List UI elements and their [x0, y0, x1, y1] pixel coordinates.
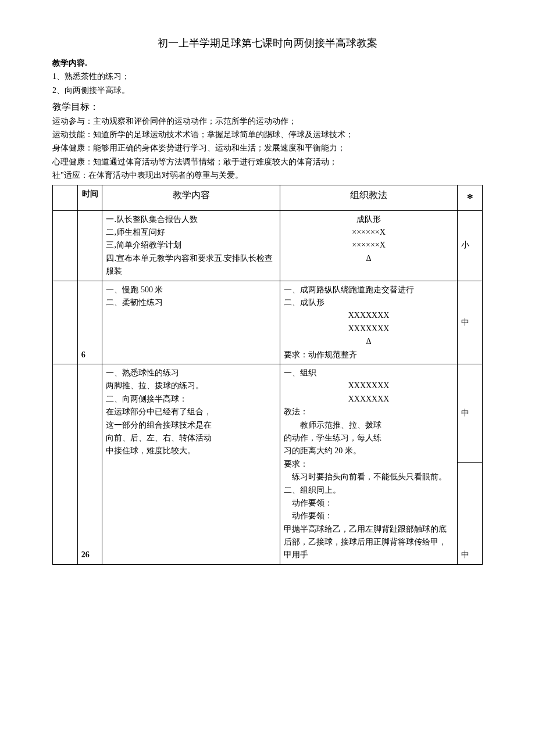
method-line: 的动作，学生练习，每人练	[284, 432, 454, 445]
time-cell: 26	[77, 364, 102, 565]
lesson-table: 时间 教学内容 组织教法 * 一.队长整队集合报告人数 二,师生相互问好 三,简…	[52, 185, 483, 565]
content-line: 二、柔韧性练习	[106, 296, 276, 309]
method-line: 甲抛半高球给乙，乙用左脚背趾跟部触球的底后部，乙接球，接球后用正脚背将球传给甲，…	[284, 523, 454, 562]
goals-heading: 教学目标：	[52, 99, 483, 114]
content-heading: 教学内容.	[52, 56, 483, 69]
method-line: XXXXXXX	[284, 323, 454, 335]
content-line: 这一部分的组合接球技术是在	[106, 419, 276, 432]
goal-line: 运动技能：知道所学的足球运动技术术语；掌握足球简单的踢球、停球及运球技术；	[52, 128, 483, 141]
content-item: 1、熟悉茶性的练习；	[52, 70, 483, 83]
method-line: 动作要领：	[284, 510, 454, 522]
method-line: 要求：动作规范整齐	[284, 349, 454, 361]
content-line: 中接住球，难度比较大。	[106, 445, 276, 457]
intensity-cell: 中	[458, 281, 483, 364]
method-line: 一、成两路纵队绕跑道跑走交替进行	[284, 284, 454, 296]
content-line: 一、慢跑 500 米	[106, 284, 276, 296]
goal-line: 运动参与：主动观察和评价同伴的运动动作；示范所学的运动动作；	[52, 115, 483, 128]
content-line: 向前、后、左、右、转体活动	[106, 432, 276, 445]
method-line: XXXXXXX	[284, 393, 454, 406]
method-line: 动作要领：	[284, 497, 454, 510]
content-line: 二、向两侧接半高球：	[106, 393, 276, 406]
method-cell: 一、组织 XXXXXXX XXXXXXX 教法： 教师示范推、拉、拨球 的动作，…	[280, 364, 457, 565]
method-line: 成队形	[284, 213, 454, 226]
header-star: *	[458, 185, 483, 210]
header-blank	[53, 185, 78, 210]
content-line: 四.宣布本单元教学内容和要求五.安排队长检查服装	[106, 252, 276, 278]
time-cell	[77, 210, 102, 281]
blank-cell	[53, 281, 78, 364]
method-line: ××××××X	[284, 239, 454, 252]
method-cell: 一、成两路纵队绕跑道跑走交替进行 二、成队形 XXXXXXX XXXXXXX Δ…	[280, 281, 457, 364]
content-line: 一、熟悉球性的练习	[106, 367, 276, 379]
method-line: 教师示范推、拉、拨球	[284, 419, 454, 432]
content-cell: 一.队长整队集合报告人数 二,师生相互问好 三,简单介绍教学计划 四.宣布本单元…	[102, 210, 280, 281]
goal-line: 社"适应：在体育活动中表现出对弱者的尊重与关爱。	[52, 169, 483, 182]
content-line: 三,简单介绍教学计划	[106, 239, 276, 252]
page-title: 初一上半学期足球第七课时向两侧接半高球教案	[52, 35, 483, 52]
method-line: 二、组织同上。	[284, 484, 454, 497]
method-line: 要求：	[284, 458, 454, 471]
table-row: 6 一、慢跑 500 米 二、柔韧性练习 一、成两路纵队绕跑道跑走交替进行 二、…	[53, 281, 483, 364]
content-line: 两脚推、拉、拨球的练习。	[106, 379, 276, 392]
time-cell: 6	[77, 281, 102, 364]
table-row: 26 一、熟悉球性的练习 两脚推、拉、拨球的练习。 二、向两侧接半高球： 在运球…	[53, 364, 483, 463]
method-line: XXXXXXX	[284, 309, 454, 322]
content-cell: 一、慢跑 500 米 二、柔韧性练习	[102, 281, 280, 364]
goal-line: 心理健康：知道通过体育活动等方法调节情绪；敢于进行难度较大的体育活动；	[52, 156, 483, 169]
blank-cell	[53, 210, 78, 281]
method-line: Δ	[284, 335, 454, 348]
content-line: 一.队长整队集合报告人数	[106, 213, 276, 226]
method-line: 二、成队形	[284, 296, 454, 309]
method-line: ××××××X	[284, 226, 454, 239]
table-row: 一.队长整队集合报告人数 二,师生相互问好 三,简单介绍教学计划 四.宣布本单元…	[53, 210, 483, 281]
intensity-cell: 小	[458, 210, 483, 281]
blank-cell	[53, 364, 78, 565]
header-content: 教学内容	[102, 185, 280, 210]
header-time: 时间	[77, 185, 102, 210]
content-line: 二,师生相互问好	[106, 226, 276, 239]
content-item: 2、向两侧接半高球。	[52, 84, 483, 97]
method-cell: 成队形 ××××××X ××××××X Δ	[280, 210, 457, 281]
method-line: 练习时要抬头向前看，不能低头只看眼前。	[284, 471, 454, 483]
goal-line: 身体健康：能够用正确的身体姿势进行学习、运动和生活；发展速度和平衡能力；	[52, 142, 483, 155]
intensity-cell: 中	[458, 463, 483, 565]
intensity-cell: 中	[458, 364, 483, 463]
table-header-row: 时间 教学内容 组织教法 *	[53, 185, 483, 210]
method-line: Δ	[284, 252, 454, 265]
method-line: XXXXXXX	[284, 379, 454, 392]
method-line: 习的距离大约 20 米。	[284, 445, 454, 457]
method-line: 教法：	[284, 406, 454, 418]
content-cell: 一、熟悉球性的练习 两脚推、拉、拨球的练习。 二、向两侧接半高球： 在运球部分中…	[102, 364, 280, 565]
content-line: 在运球部分中已经有了组合，	[106, 406, 276, 418]
header-method: 组织教法	[280, 185, 457, 210]
method-line: 一、组织	[284, 367, 454, 379]
